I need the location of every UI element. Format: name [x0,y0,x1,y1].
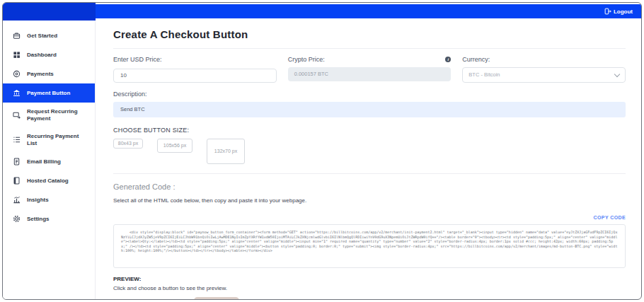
book-icon [13,177,21,185]
crypto-price-value: 0.000157 BTC [288,67,452,81]
sidebar-item-label: Dashboard [27,52,57,59]
gear-icon [13,215,21,223]
briefcase-icon [13,32,21,40]
top-navbar: Logout [3,4,641,18]
file-icon [13,158,21,165]
sidebar-item-label: Request Recurring Payment [27,108,89,122]
sidebar-item-insights[interactable]: Insights [3,190,95,209]
crypto-price-label: Crypto Price: [288,56,325,63]
chevron-down-icon [614,71,620,76]
sidebar-item-settings[interactable]: Settings [3,209,95,228]
list-icon [13,136,21,144]
price-form-row: Enter USD Price: Crypto Price: i 0.00015… [113,56,626,83]
button-size-options: 80x43 px 105x56 px 132x70 px [113,139,626,164]
logout-button[interactable]: Logout [604,8,633,15]
size-option-small[interactable]: 80x43 px [113,139,143,149]
main-content: Create A Checkout Button Enter USD Price… [96,18,641,299]
sidebar-item-hosted-catalog[interactable]: Hosted Catalog [3,171,95,190]
bank-icon [13,89,21,97]
usd-price-input[interactable] [113,69,277,83]
sidebar: Get Started Dashboard Payments Payment B… [3,21,96,299]
size-option-medium[interactable]: 105x56 px [157,139,192,153]
sidebar-item-dashboard[interactable]: Dashboard [3,45,95,64]
sidebar-item-recurring-payment-list[interactable]: Recurring Payment List [3,127,95,152]
currency-select[interactable]: BTC - Bitcoin [462,67,626,83]
sidebar-item-label: Settings [27,216,50,223]
sidebar-item-label: Insights [27,197,49,204]
sidebar-item-request-recurring-payment[interactable]: Request Recurring Payment [3,103,95,127]
card-arrow-icon [13,111,21,119]
divider [113,48,626,49]
sidebar-item-payments[interactable]: Payments [3,64,95,83]
brand-bar [3,3,96,21]
currency-selected-value: BTC - Bitcoin [468,69,500,81]
sidebar-item-label: Payments [27,71,54,78]
usd-price-label: Enter USD Price: [113,56,162,63]
sidebar-item-payment-button[interactable]: Payment Button [3,83,95,103]
coin-icon [13,70,21,78]
logout-icon [604,8,611,15]
buy-now-button[interactable]: ₿ BUY NOW [196,299,237,300]
info-icon[interactable]: i [445,57,451,62]
divider [113,173,626,174]
chart-icon [13,196,21,204]
sidebar-item-label: Email Billing [27,158,61,165]
generated-code-box[interactable]: <div style="display:block" id="paynow_bu… [113,224,626,268]
sidebar-item-email-billing[interactable]: Email Billing [3,152,95,171]
app-window: Logout Get Started Dashboard Payments [2,2,642,300]
crypto-price-field-group: Crypto Price: i 0.000157 BTC [288,56,452,83]
description-label: Description: [113,91,626,98]
size-option-large[interactable]: 132x70 px [207,139,245,164]
usd-price-field-group: Enter USD Price: [113,56,277,83]
sidebar-item-label: Recurring Payment List [27,133,89,146]
sidebar-item-get-started[interactable]: Get Started [3,26,95,45]
description-value[interactable]: Send BTC [113,102,626,117]
preview-title: PREVIEW: [113,276,626,282]
currency-label: Currency: [462,56,490,63]
generated-code-instructions: Select all of the HTML code below, then … [113,197,626,204]
preview-instructions: Click and choose a button to see the pre… [113,285,626,291]
sidebar-item-label: Hosted Catalog [27,178,69,185]
copy-code-link[interactable]: COPY CODE [594,215,626,220]
logout-label: Logout [614,8,633,15]
generated-code-title: Generated Code : [113,182,626,191]
sidebar-item-label: Payment Button [27,90,70,97]
generated-code-text: <div style="display:block" id="paynow_bu… [121,230,618,253]
preview-widget: Qty: ₿ BUY NOW [113,299,626,300]
sidebar-item-label: Get Started [27,33,57,40]
currency-field-group: Currency: BTC - Bitcoin [462,56,626,83]
button-size-label: CHOOSE BUTTON SIZE: [113,127,626,134]
page-title: Create A Checkout Button [113,28,626,40]
grid-icon [13,51,21,59]
